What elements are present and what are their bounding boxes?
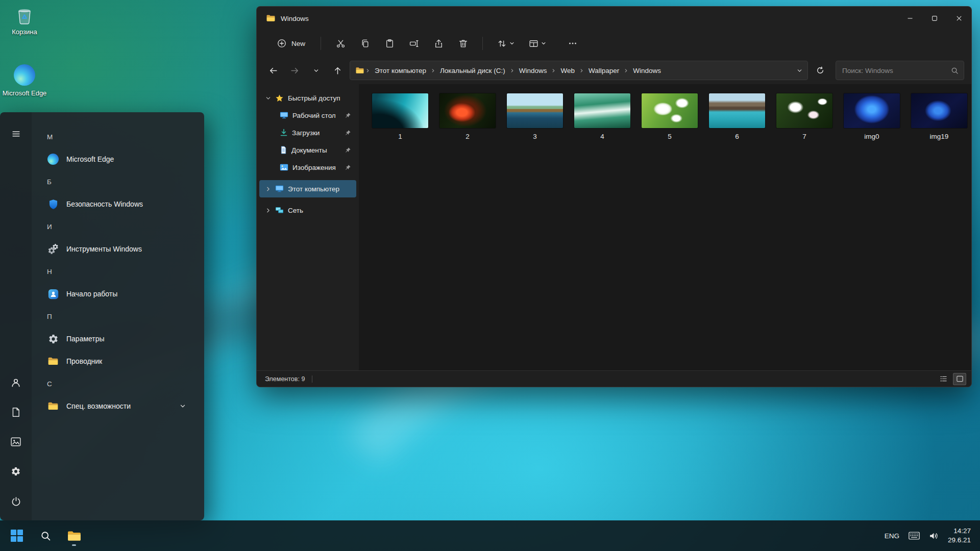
letter-label: И bbox=[47, 223, 52, 231]
forward-button[interactable] bbox=[285, 62, 304, 79]
back-button[interactable] bbox=[264, 62, 282, 79]
paste-button[interactable] bbox=[379, 34, 400, 53]
start-letter-header[interactable]: С bbox=[32, 372, 199, 395]
language-indicator[interactable]: ENG bbox=[885, 532, 899, 540]
file-item[interactable]: 3 bbox=[507, 93, 563, 140]
file-explorer-button[interactable] bbox=[62, 524, 86, 547]
documents-shortcut-button[interactable] bbox=[5, 401, 27, 423]
system-tray: ENG 14:27 29.6.21 bbox=[885, 527, 971, 544]
address-bar[interactable]: Этот компьютер Локальный диск (C:) Windo… bbox=[350, 61, 808, 80]
search-input[interactable] bbox=[842, 67, 951, 74]
close-button[interactable] bbox=[947, 7, 971, 30]
rail-bottom bbox=[5, 371, 27, 512]
file-item[interactable]: img0 bbox=[844, 93, 900, 140]
start-letter-header[interactable]: Н bbox=[32, 260, 199, 283]
sidebar-item-desktop[interactable]: Рабочий стол bbox=[259, 107, 356, 124]
file-item[interactable]: 7 bbox=[776, 93, 832, 140]
share-button[interactable] bbox=[428, 34, 449, 53]
start-letter-header[interactable]: М bbox=[32, 126, 199, 148]
paste-icon bbox=[385, 39, 395, 48]
thumbnail-view-button[interactable] bbox=[953, 373, 966, 385]
rename-button[interactable] bbox=[404, 34, 424, 53]
breadcrumb-chevron-icon bbox=[365, 68, 370, 73]
refresh-button[interactable] bbox=[811, 62, 829, 79]
clock[interactable]: 14:27 29.6.21 bbox=[948, 527, 971, 544]
recent-locations-button[interactable] bbox=[307, 62, 325, 79]
desktop-icon-recycle-bin[interactable]: Корзина bbox=[1, 4, 48, 36]
start-letter-header[interactable]: И bbox=[32, 215, 199, 238]
view-button[interactable] bbox=[524, 34, 551, 53]
file-item[interactable]: 4 bbox=[574, 93, 630, 140]
start-app-label: Проводник bbox=[66, 357, 102, 365]
sidebar-item-documents[interactable]: Документы bbox=[259, 141, 356, 159]
start-app-settings[interactable]: Параметры bbox=[32, 328, 199, 350]
files-area[interactable]: 1 2 3 4 5 bbox=[359, 84, 971, 370]
cut-icon bbox=[336, 39, 346, 48]
file-item[interactable]: img19 bbox=[911, 93, 967, 140]
pictures-shortcut-button[interactable] bbox=[5, 431, 27, 453]
file-explorer-icon bbox=[67, 530, 81, 542]
touch-keyboard-button[interactable] bbox=[909, 532, 920, 540]
new-button[interactable]: New bbox=[271, 34, 311, 53]
file-item[interactable]: 6 bbox=[709, 93, 765, 140]
settings-shortcut-button[interactable] bbox=[5, 460, 27, 483]
taskbar-search-button[interactable] bbox=[34, 524, 57, 547]
breadcrumb-item[interactable]: Web bbox=[557, 65, 578, 77]
start-menu-button[interactable] bbox=[5, 122, 27, 145]
breadcrumb-item[interactable]: Windows bbox=[516, 65, 551, 77]
sidebar-item-quick-access[interactable]: Быстрый доступ bbox=[259, 89, 356, 107]
maximize-button[interactable] bbox=[922, 7, 947, 30]
sidebar-item-this-pc[interactable]: Этот компьютер bbox=[259, 180, 356, 197]
chevron-down-icon[interactable] bbox=[180, 403, 186, 409]
desktop-icon-microsoft-edge[interactable]: Microsoft Edge bbox=[1, 64, 48, 97]
start-app-accessibility-folder[interactable]: Спец. возможности bbox=[32, 395, 199, 417]
file-label: img19 bbox=[911, 133, 967, 140]
desktop-icon-label: Корзина bbox=[1, 29, 48, 36]
start-letter-header[interactable]: П bbox=[32, 305, 199, 328]
titlebar[interactable]: Windows bbox=[257, 7, 971, 30]
file-label: 2 bbox=[439, 133, 496, 140]
trash-icon bbox=[458, 39, 468, 48]
minimize-button[interactable] bbox=[898, 7, 922, 30]
up-button[interactable] bbox=[328, 62, 347, 79]
start-app-microsoft-edge[interactable]: Microsoft Edge bbox=[32, 148, 199, 170]
breadcrumb-item[interactable]: Этот компьютер bbox=[371, 65, 430, 77]
start-app-windows-security[interactable]: Безопасность Windows bbox=[32, 193, 199, 215]
breadcrumb-chevron-icon bbox=[431, 68, 435, 73]
sidebar-item-pictures[interactable]: Изображения bbox=[259, 159, 356, 176]
more-options-button[interactable] bbox=[562, 34, 583, 53]
start-app-windows-tools[interactable]: Инструменты Windows bbox=[32, 238, 199, 260]
details-view-button[interactable] bbox=[937, 373, 950, 385]
breadcrumb-item[interactable]: Локальный диск (C:) bbox=[436, 65, 509, 77]
start-letter-header[interactable]: Б bbox=[32, 170, 199, 193]
file-item[interactable]: 1 bbox=[372, 93, 428, 140]
file-thumbnail bbox=[844, 93, 900, 128]
file-item[interactable]: 2 bbox=[439, 93, 496, 140]
delete-button[interactable] bbox=[453, 34, 473, 53]
sidebar-item-downloads[interactable]: Загрузки bbox=[259, 124, 356, 141]
file-thumbnail bbox=[507, 93, 563, 128]
copy-button[interactable] bbox=[355, 34, 375, 53]
start-button[interactable] bbox=[5, 524, 29, 547]
breadcrumb-item[interactable]: Wallpaper bbox=[585, 65, 623, 77]
start-app-get-started[interactable]: Начало работы bbox=[32, 283, 199, 305]
new-button-label: New bbox=[291, 40, 305, 47]
file-thumbnail bbox=[372, 93, 428, 128]
start-app-file-explorer[interactable]: Проводник bbox=[32, 350, 199, 372]
breadcrumb-item-current[interactable]: Windows bbox=[629, 65, 665, 77]
search-box[interactable] bbox=[836, 61, 964, 80]
start-app-label: Microsoft Edge bbox=[66, 155, 114, 163]
file-item[interactable]: 5 bbox=[642, 93, 698, 140]
sidebar-item-network[interactable]: Сеть bbox=[259, 202, 356, 219]
sort-button[interactable] bbox=[492, 34, 520, 53]
letter-label: С bbox=[47, 380, 52, 388]
cut-button[interactable] bbox=[330, 34, 351, 53]
search-icon bbox=[951, 67, 959, 74]
speaker-icon bbox=[929, 532, 939, 540]
network-icon bbox=[275, 207, 284, 214]
power-button[interactable] bbox=[5, 490, 27, 512]
letter-label: П bbox=[47, 313, 52, 320]
user-account-button[interactable] bbox=[5, 371, 27, 394]
address-dropdown-button[interactable] bbox=[797, 68, 802, 73]
volume-button[interactable] bbox=[929, 532, 939, 540]
